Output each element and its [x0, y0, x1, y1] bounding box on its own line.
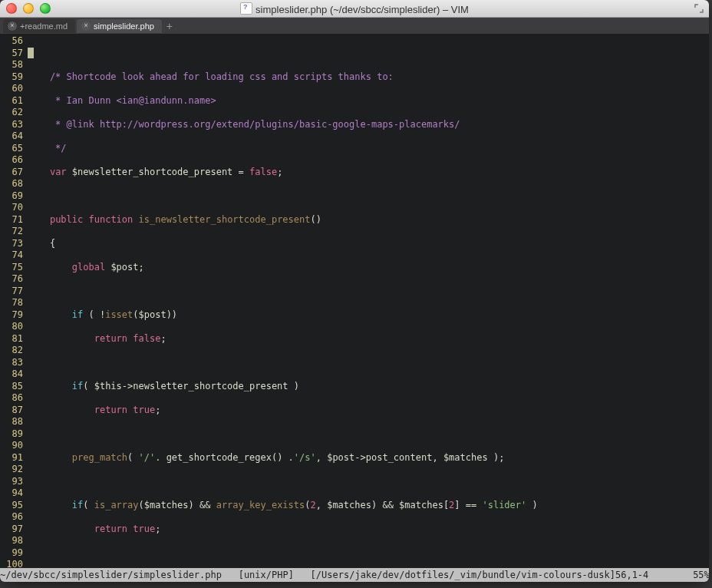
tab-simpleslider[interactable]: × simpleslider.php: [77, 19, 162, 33]
tab-readme[interactable]: × +readme.md: [3, 19, 75, 33]
zoom-icon[interactable]: [40, 3, 51, 14]
close-icon[interactable]: [6, 3, 17, 14]
traffic-lights: [6, 3, 51, 14]
line-number: 70: [0, 202, 23, 214]
status-percent: 55%: [693, 568, 709, 582]
line-number: 96: [0, 511, 23, 524]
line-number: 82: [0, 345, 23, 357]
status-pos: 56,1-4: [615, 568, 648, 582]
status-path: ~/dev/sbcc/simpleslider/simpleslider.php: [0, 568, 222, 582]
line-number: 84: [0, 368, 23, 381]
line-number: 64: [0, 130, 23, 143]
line-number: 73: [0, 238, 23, 250]
line-number: 60: [0, 83, 23, 95]
window-title-wrap: simpleslider.php (~/dev/sbcc/simpleslide…: [0, 2, 709, 15]
line-number: 81: [0, 333, 23, 345]
close-icon[interactable]: ×: [8, 21, 17, 31]
line-number: 61: [0, 95, 23, 107]
line-number: 94: [0, 487, 23, 500]
line-number-gutter: 5657585960616263646566676869707172737475…: [0, 34, 26, 568]
minimize-icon[interactable]: [23, 3, 34, 14]
line-number: 59: [0, 71, 23, 84]
cursor: [28, 48, 34, 58]
line-number: 68: [0, 178, 23, 190]
line-number: 63: [0, 119, 23, 131]
new-tab-button[interactable]: +: [163, 20, 176, 32]
line-number: 58: [0, 59, 23, 71]
file-icon: [240, 2, 252, 15]
line-number: 67: [0, 167, 23, 179]
line-number: 92: [0, 464, 23, 476]
fullscreen-icon[interactable]: [694, 3, 704, 14]
line-number: 85: [0, 381, 23, 393]
line-number: 90: [0, 440, 23, 452]
line-number: 74: [0, 249, 23, 262]
line-number: 72: [0, 226, 23, 238]
window-title: simpleslider.php (~/dev/sbcc/simpleslide…: [255, 4, 469, 15]
line-number: 88: [0, 416, 23, 428]
line-number: 83: [0, 357, 23, 369]
app-window: simpleslider.php (~/dev/sbcc/simpleslide…: [0, 0, 709, 582]
code-content[interactable]: /* Shortcode look ahead for loading css …: [26, 34, 709, 568]
close-icon[interactable]: ×: [81, 21, 91, 31]
line-number: 56: [0, 35, 23, 48]
line-number: 77: [0, 286, 23, 298]
line-number: 78: [0, 297, 23, 309]
line-number: 57: [0, 48, 23, 60]
status-mode: [unix/PHP]: [239, 568, 294, 582]
line-number: 95: [0, 500, 23, 512]
title-bar[interactable]: simpleslider.php (~/dev/sbcc/simpleslide…: [0, 0, 709, 18]
line-number: 69: [0, 190, 23, 203]
editor-area[interactable]: 5657585960616263646566676869707172737475…: [0, 34, 709, 568]
tab-bar: × +readme.md × simpleslider.php +: [0, 18, 709, 35]
line-number: 87: [0, 405, 23, 417]
line-number: 86: [0, 392, 23, 405]
line-number: 75: [0, 262, 23, 274]
line-number: 93: [0, 476, 23, 488]
tab-label: simpleslider.php: [94, 21, 154, 31]
tab-label: +readme.md: [20, 21, 68, 31]
line-number: 76: [0, 273, 23, 286]
line-number: 80: [0, 321, 23, 333]
status-extra: [/Users/jake/dev/dotfiles/_vim/bundle/vi…: [311, 568, 615, 582]
line-number: 91: [0, 452, 23, 464]
line-number: 89: [0, 428, 23, 441]
status-bar: ~/dev/sbcc/simpleslider/simpleslider.php…: [0, 568, 709, 582]
line-number: 97: [0, 524, 23, 536]
line-number: 71: [0, 214, 23, 226]
line-number: 99: [0, 547, 23, 560]
line-number: 79: [0, 309, 23, 322]
line-number: 62: [0, 107, 23, 119]
line-number: 65: [0, 143, 23, 155]
line-number: 98: [0, 535, 23, 547]
line-number: 66: [0, 154, 23, 167]
